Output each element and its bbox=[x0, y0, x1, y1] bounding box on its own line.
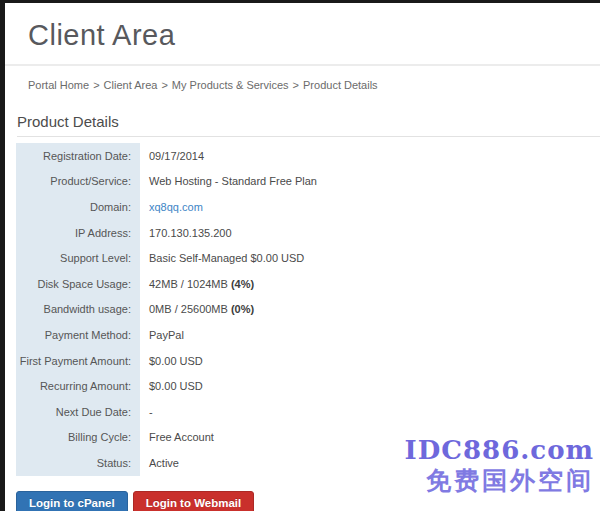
field-label: Bandwidth usage: bbox=[16, 297, 140, 323]
field-label: Recurring Amount: bbox=[16, 373, 140, 399]
field-value: - bbox=[140, 406, 153, 418]
field-value: 170.130.135.200 bbox=[140, 227, 232, 239]
breadcrumb-separator: > bbox=[293, 79, 299, 91]
field-label: Product/Service: bbox=[16, 169, 140, 195]
breadcrumb-separator: > bbox=[161, 79, 167, 91]
breadcrumb-link-portal-home[interactable]: Portal Home bbox=[28, 79, 89, 91]
field-label: Registration Date: bbox=[16, 143, 140, 169]
domain-link[interactable]: xq8qq.com bbox=[149, 201, 203, 213]
field-label: Billing Cycle: bbox=[16, 425, 140, 451]
header-divider bbox=[5, 64, 600, 66]
login-to-cpanel-button[interactable]: Login to cPanel bbox=[16, 491, 128, 511]
table-row-next-due-date: Next Due Date: - bbox=[16, 399, 600, 425]
action-buttons: Login to cPanel Login to Webmail bbox=[16, 491, 600, 511]
table-row-domain: Domain: xq8qq.com bbox=[16, 194, 600, 220]
table-row-product-service: Product/Service: Web Hosting - Standard … bbox=[16, 169, 600, 195]
field-label: Support Level: bbox=[16, 245, 140, 271]
table-row-billing-cycle: Billing Cycle: Free Account bbox=[16, 425, 600, 451]
disk-usage-percent: (4%) bbox=[231, 278, 254, 290]
field-value: 0MB / 25600MB (0%) bbox=[140, 303, 254, 315]
client-area-page: Client Area Portal Home>Client Area>My P… bbox=[5, 3, 600, 511]
field-label: Payment Method: bbox=[16, 322, 140, 348]
table-row-first-payment-amount: First Payment Amount: $0.00 USD bbox=[16, 348, 600, 374]
field-label: Next Due Date: bbox=[16, 399, 140, 425]
field-label: First Payment Amount: bbox=[16, 348, 140, 374]
field-value: Web Hosting - Standard Free Plan bbox=[140, 175, 317, 187]
top-edge-border bbox=[0, 0, 600, 3]
table-row-bandwidth-usage: Bandwidth usage: 0MB / 25600MB (0%) bbox=[16, 297, 600, 323]
field-value: xq8qq.com bbox=[140, 201, 203, 213]
status-value: Active bbox=[140, 457, 179, 469]
field-label: IP Address: bbox=[16, 220, 140, 246]
product-details-table: Registration Date: 09/17/2014 Product/Se… bbox=[16, 143, 600, 476]
table-row-ip-address: IP Address: 170.130.135.200 bbox=[16, 220, 600, 246]
left-edge-border bbox=[0, 0, 5, 511]
field-label: Disk Space Usage: bbox=[16, 271, 140, 297]
table-row-disk-space-usage: Disk Space Usage: 42MB / 1024MB (4%) bbox=[16, 271, 600, 297]
field-value: Free Account bbox=[140, 431, 214, 443]
table-row-status: Status: Active bbox=[16, 450, 600, 476]
bandwidth-usage-percent: (0%) bbox=[231, 303, 254, 315]
breadcrumb-separator: > bbox=[93, 79, 99, 91]
field-label: Domain: bbox=[16, 194, 140, 220]
breadcrumb-link-client-area[interactable]: Client Area bbox=[104, 79, 158, 91]
field-value: Basic Self-Managed $0.00 USD bbox=[140, 252, 304, 264]
section-title: Product Details bbox=[17, 113, 600, 137]
breadcrumb-link-my-products-services[interactable]: My Products & Services bbox=[172, 79, 289, 91]
table-row-recurring-amount: Recurring Amount: $0.00 USD bbox=[16, 373, 600, 399]
field-value: 42MB / 1024MB (4%) bbox=[140, 278, 254, 290]
breadcrumb: Portal Home>Client Area>My Products & Se… bbox=[28, 79, 600, 91]
page-title: Client Area bbox=[28, 19, 600, 52]
field-value: $0.00 USD bbox=[140, 355, 203, 367]
table-row-support-level: Support Level: Basic Self-Managed $0.00 … bbox=[16, 245, 600, 271]
login-to-webmail-button[interactable]: Login to Webmail bbox=[133, 491, 255, 511]
table-row-registration-date: Registration Date: 09/17/2014 bbox=[16, 143, 600, 169]
field-value: 09/17/2014 bbox=[140, 150, 204, 162]
field-value: PayPal bbox=[140, 329, 184, 341]
field-value: $0.00 USD bbox=[140, 380, 203, 392]
field-label: Status: bbox=[16, 450, 140, 476]
table-row-payment-method: Payment Method: PayPal bbox=[16, 322, 600, 348]
breadcrumb-current-product-details: Product Details bbox=[303, 79, 378, 91]
